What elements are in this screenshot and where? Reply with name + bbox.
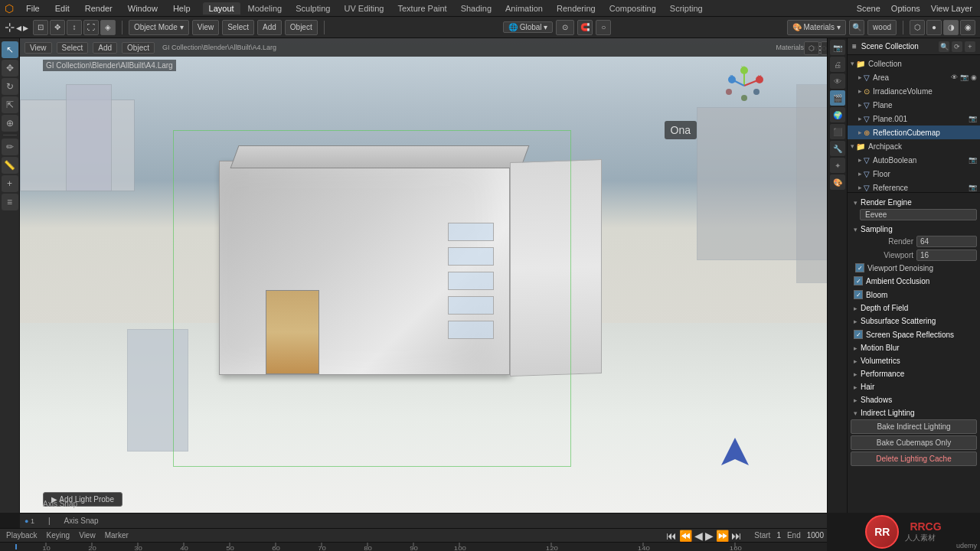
tab-sculpting[interactable]: Sculpting <box>289 2 336 15</box>
ao-section[interactable]: ✓ Ambient Occlusion <box>851 274 977 288</box>
ao-checkbox[interactable]: ✓ <box>854 276 863 285</box>
render-props-tab[interactable]: 📷 <box>830 40 845 55</box>
prev-workspace-icon[interactable]: ◂ <box>16 21 21 34</box>
cursor-tool-icon[interactable]: ⊹ <box>5 20 15 34</box>
coord-system-btn[interactable]: 🌐 Global ▾ <box>503 21 553 33</box>
bloom-section[interactable]: ✓ Bloom <box>851 288 977 302</box>
viewport-samples-val[interactable]: 16 <box>916 249 977 261</box>
delete-lighting-cache-btn[interactable]: Delete Lighting Cache <box>851 452 977 466</box>
scene-section-title[interactable]: ▾ Render Engine <box>851 196 977 209</box>
bake-cubemaps-btn[interactable]: Bake Cubemaps Only <box>851 435 977 450</box>
material-name-field[interactable]: wood <box>867 20 897 35</box>
tool-btn-5[interactable]: ◈ <box>100 20 116 35</box>
scene-props-tab[interactable]: 🎬 <box>830 90 845 106</box>
viewport-denoising-checkbox[interactable]: ✓ <box>855 263 864 272</box>
scale-tool[interactable]: ⇱ <box>2 96 18 113</box>
playback-btn[interactable]: Playback <box>3 530 41 540</box>
output-props-tab[interactable]: 🖨 <box>830 57 845 72</box>
blender-logo[interactable]: ⬡ <box>5 2 14 15</box>
scene-selector[interactable]: Scene <box>854 2 884 15</box>
add-tool[interactable]: + <box>2 175 18 192</box>
hair-section[interactable]: ▸ Hair <box>851 380 977 393</box>
materials-btn[interactable]: 🎨 Materials ▾ <box>787 20 847 35</box>
menu-edit[interactable]: Edit <box>52 2 73 15</box>
vp-object-btn[interactable]: Object <box>122 42 155 54</box>
rendered-shade-btn[interactable]: ◉ <box>960 20 975 35</box>
outliner-item-collection[interactable]: ▾ 📁 Collection <box>848 57 980 70</box>
tab-texture-paint[interactable]: Texture Paint <box>391 2 452 15</box>
outliner-item-plane[interactable]: ▸ ▽ Plane <box>848 98 980 112</box>
indirect-lighting-section[interactable]: ▾ Indirect Lighting <box>851 406 977 419</box>
play-rev-btn[interactable]: ◀ <box>694 530 703 542</box>
tab-rendering[interactable]: Rendering <box>550 2 602 15</box>
tab-shading[interactable]: Shading <box>455 2 498 15</box>
outliner-item-area[interactable]: ▸ ▽ Area 👁 📷 ◉ <box>848 70 980 84</box>
particles-props-tab[interactable]: ✦ <box>830 158 845 173</box>
outliner-item-floor[interactable]: ▸ ▽ Floor <box>848 167 980 181</box>
scene-sync-btn[interactable]: ⟳ <box>952 41 962 52</box>
wireframe-shade-btn[interactable]: ⬡ <box>910 20 925 35</box>
jump-end-btn[interactable]: ⏭ <box>731 530 742 542</box>
next-workspace-icon[interactable]: ▸ <box>23 21 28 34</box>
object-props-tab[interactable]: ⬛ <box>830 124 845 139</box>
render-samples-val[interactable]: 64 <box>916 236 977 247</box>
measure-tool[interactable]: 📏 <box>2 157 18 174</box>
ssr-checkbox[interactable]: ✓ <box>854 330 863 339</box>
prev-frame-btn[interactable]: ⏪ <box>679 530 692 542</box>
volumetrics-section[interactable]: ▸ Volumetrics <box>851 354 977 367</box>
jump-start-btn[interactable]: ⏮ <box>666 530 677 542</box>
outliner-item-irradiance[interactable]: ▸ ⊙ IrradianceVolume <box>848 84 980 98</box>
menu-window[interactable]: Window <box>125 2 161 15</box>
end-frame-field[interactable]: End <box>784 530 804 540</box>
outliner-item-reflection[interactable]: ▸ ⊕ ReflectionCubemap <box>848 126 980 139</box>
view-menu-btn[interactable]: View <box>192 20 220 35</box>
next-frame-btn[interactable]: ⏩ <box>716 530 729 542</box>
tool-btn-1[interactable]: ⊡ <box>33 20 48 35</box>
move-tool[interactable]: ✥ <box>2 60 18 77</box>
sampling-section[interactable]: ▾ Sampling <box>851 223 977 236</box>
shadows-section[interactable]: ▸ Shadows <box>851 393 977 406</box>
tool-btn-4[interactable]: ⛶ <box>83 20 99 35</box>
vp-add-btn[interactable]: Add <box>93 42 117 54</box>
play-btn[interactable]: ▶ <box>705 530 714 542</box>
outliner-item-reference[interactable]: ▸ ▽ Reference 📷 <box>848 181 980 193</box>
menu-help[interactable]: Help <box>170 2 194 15</box>
marker-btn[interactable]: Marker <box>102 530 132 540</box>
bake-indirect-btn[interactable]: Bake Indirect Lighting <box>851 419 977 434</box>
viewport[interactable]: View Select Add Object GI Collection\Ble… <box>20 38 873 513</box>
select-menu-btn[interactable]: Select <box>222 20 254 35</box>
world-props-tab[interactable]: 🌍 <box>830 107 845 122</box>
tab-animation[interactable]: Animation <box>499 2 549 15</box>
tab-compositing[interactable]: Compositing <box>603 2 662 15</box>
vp-view-btn[interactable]: View <box>24 42 52 54</box>
tab-layout[interactable]: Layout <box>203 2 240 15</box>
view-props-tab[interactable]: 👁 <box>830 73 845 89</box>
annotate-tool[interactable]: ✏ <box>2 139 18 155</box>
object-mode-btn[interactable]: Object Mode ▾ <box>129 20 189 35</box>
outliner-item-plane001[interactable]: ▸ ▽ Plane.001 📷 <box>848 112 980 126</box>
proportional-edit-btn[interactable]: ○ <box>596 20 611 35</box>
scene-filter-btn[interactable]: 🔍 <box>939 41 949 52</box>
outliner-item-archipack[interactable]: ▾ 📁 Archipack <box>848 139 980 153</box>
tool-btn-3[interactable]: ↕ <box>67 20 82 35</box>
menu-file[interactable]: File <box>23 2 43 15</box>
keying-btn[interactable]: Keying <box>44 530 74 540</box>
modifier-props-tab[interactable]: 🔧 <box>830 141 845 156</box>
material-props-tab[interactable]: 🎨 <box>830 174 845 190</box>
select-tool[interactable]: ↖ <box>2 41 18 58</box>
vp-wireframe-btn[interactable]: ⬡ <box>804 41 819 55</box>
tab-uv-editing[interactable]: UV Editing <box>338 2 390 15</box>
material-shade-btn[interactable]: ◑ <box>943 20 959 35</box>
timeline-track[interactable]: 10 20 30 40 50 60 70 80 90 <box>0 543 827 551</box>
rotate-tool[interactable]: ↻ <box>2 78 18 95</box>
material-search-icon[interactable]: 🔍 <box>849 20 864 35</box>
snap-toggle[interactable]: 🧲 <box>577 20 593 35</box>
tab-modeling[interactable]: Modeling <box>242 2 289 15</box>
tab-scripting[interactable]: Scripting <box>664 2 709 15</box>
pivot-btn[interactable]: ⊙ <box>556 20 574 35</box>
options-btn[interactable]: Options <box>888 2 923 15</box>
vp-select-btn[interactable]: Select <box>57 42 89 54</box>
motionblur-section[interactable]: ▸ Motion Blur <box>851 341 977 354</box>
menu-render[interactable]: Render <box>82 2 116 15</box>
performance-section[interactable]: ▸ Performance <box>851 367 977 380</box>
